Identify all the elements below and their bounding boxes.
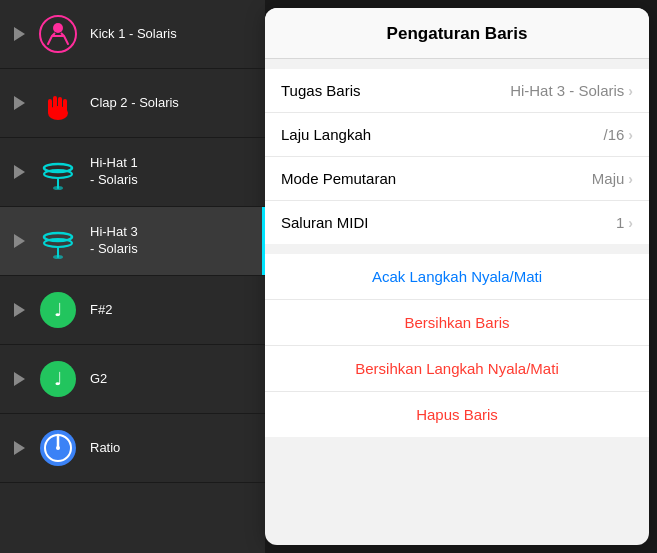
- track-name-kick1: Kick 1 - Solaris: [90, 26, 177, 43]
- settings-row-0[interactable]: Tugas BarisHi-Hat 3 - Solaris›: [265, 69, 649, 113]
- svg-rect-9: [53, 96, 57, 113]
- track-name-ratio: Ratio: [90, 440, 120, 457]
- settings-row-value-2: Maju: [592, 170, 625, 187]
- svg-line-3: [64, 36, 68, 44]
- track-name-fsharp2: F#2: [90, 302, 112, 319]
- track-name-g2: G2: [90, 371, 107, 388]
- settings-row-2[interactable]: Mode PemutaranMaju›: [265, 157, 649, 201]
- settings-row-label-2: Mode Pemutaran: [281, 170, 592, 187]
- track-name-hihat1: Hi-Hat 1 - Solaris: [90, 155, 138, 189]
- svg-rect-11: [63, 99, 67, 113]
- svg-text:♩: ♩: [54, 369, 62, 389]
- play-icon-clap2: [14, 96, 25, 110]
- svg-rect-8: [48, 99, 52, 114]
- track-row-kick1[interactable]: Kick 1 - Solaris: [0, 0, 265, 69]
- play-button-kick1[interactable]: [8, 23, 30, 45]
- play-icon-kick1: [14, 27, 25, 41]
- track-icon-g2: ♩: [36, 357, 80, 401]
- track-row-fsharp2[interactable]: ♩ F#2: [0, 276, 265, 345]
- play-button-fsharp2[interactable]: [8, 299, 30, 321]
- track-row-ratio[interactable]: Ratio: [0, 414, 265, 483]
- play-icon-hihat1: [14, 165, 25, 179]
- track-row-hihat1[interactable]: Hi-Hat 1 - Solaris: [0, 138, 265, 207]
- svg-text:♩: ♩: [54, 300, 62, 320]
- play-button-g2[interactable]: [8, 368, 30, 390]
- play-icon-ratio: [14, 441, 25, 455]
- settings-row-1[interactable]: Laju Langkah/16›: [265, 113, 649, 157]
- track-icon-clap2: [36, 81, 80, 125]
- track-icon-hihat1: [36, 150, 80, 194]
- settings-row-label-0: Tugas Baris: [281, 82, 510, 99]
- play-icon-g2: [14, 372, 25, 386]
- track-row-g2[interactable]: ♩ G2: [0, 345, 265, 414]
- track-row-clap2[interactable]: Clap 2 - Solaris: [0, 69, 265, 138]
- track-row-hihat3[interactable]: Hi-Hat 3 - Solaris: [0, 207, 265, 276]
- track-icon-kick1: [36, 12, 80, 56]
- play-button-ratio[interactable]: [8, 437, 30, 459]
- action-button-1[interactable]: Bersihkan Baris: [265, 300, 649, 346]
- settings-row-value-1: /16: [603, 126, 624, 143]
- panel-rows-section: Tugas BarisHi-Hat 3 - Solaris›Laju Langk…: [265, 69, 649, 244]
- panel-actions-section: Acak Langkah Nyala/MatiBersihkan BarisBe…: [265, 254, 649, 437]
- settings-row-3[interactable]: Saluran MIDI1›: [265, 201, 649, 244]
- track-icon-ratio: [36, 426, 80, 470]
- svg-rect-10: [58, 97, 62, 113]
- settings-row-label-1: Laju Langkah: [281, 126, 603, 143]
- chevron-icon-3: ›: [628, 215, 633, 231]
- play-icon-fsharp2: [14, 303, 25, 317]
- panel-title: Pengaturan Baris: [265, 8, 649, 59]
- play-button-hihat3[interactable]: [8, 230, 30, 252]
- action-button-3[interactable]: Hapus Baris: [265, 392, 649, 437]
- svg-line-2: [48, 36, 52, 44]
- action-button-0[interactable]: Acak Langkah Nyala/Mati: [265, 254, 649, 300]
- track-name-clap2: Clap 2 - Solaris: [90, 95, 179, 112]
- track-sidebar: Kick 1 - Solaris Clap 2 - Solaris Hi-Hat…: [0, 0, 265, 553]
- svg-point-15: [53, 186, 63, 190]
- action-button-2[interactable]: Bersihkan Langkah Nyala/Mati: [265, 346, 649, 392]
- play-button-clap2[interactable]: [8, 92, 30, 114]
- settings-row-value-0: Hi-Hat 3 - Solaris: [510, 82, 624, 99]
- settings-row-value-3: 1: [616, 214, 624, 231]
- settings-panel: Pengaturan Baris Tugas BarisHi-Hat 3 - S…: [265, 8, 649, 545]
- chevron-icon-2: ›: [628, 171, 633, 187]
- svg-point-0: [40, 16, 76, 52]
- track-icon-fsharp2: ♩: [36, 288, 80, 332]
- play-button-hihat1[interactable]: [8, 161, 30, 183]
- track-name-hihat3: Hi-Hat 3 - Solaris: [90, 224, 138, 258]
- chevron-icon-0: ›: [628, 83, 633, 99]
- track-icon-hihat3: [36, 219, 80, 263]
- svg-point-26: [56, 446, 60, 450]
- svg-point-1: [53, 23, 63, 33]
- settings-row-label-3: Saluran MIDI: [281, 214, 616, 231]
- svg-point-19: [53, 255, 63, 259]
- play-icon-hihat3: [14, 234, 25, 248]
- chevron-icon-1: ›: [628, 127, 633, 143]
